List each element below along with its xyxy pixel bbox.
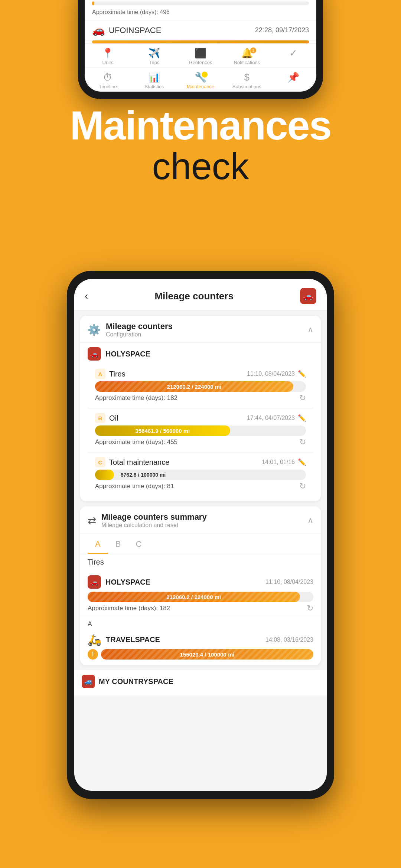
nav-label-trips: Trips — [149, 60, 159, 65]
section1-header-left: ⚙️ Mileage counters Configuration — [88, 322, 173, 338]
nav-item-subscriptions[interactable]: $ Subscriptions — [224, 72, 270, 89]
top-phone-frame: 3235.8 / 400000 mi ↻ Approximate time (d… — [78, 0, 323, 99]
summary-cat-title: Tires — [88, 558, 313, 566]
countryspace-name: MY COUNTRYSPACE — [99, 677, 173, 686]
pin-icon: 📌 — [287, 72, 299, 83]
section2-chevron[interactable]: ∧ — [307, 516, 313, 525]
oil-progress-bottom: Approximate time (days): 455 ↻ — [95, 437, 306, 447]
back-button[interactable]: ‹ — [85, 290, 88, 302]
maint-oil: B Oil 17:44, 04/07/2023 ✏️ — [88, 408, 313, 453]
total-left: C Total maintenance — [95, 457, 169, 467]
tires-approx-time: Approximate time (days): 182 — [95, 394, 177, 402]
total-date: 14:01, 01/16 — [262, 459, 295, 466]
tires-date: 11:10, 08/04/2023 — [247, 371, 295, 377]
bottom-phone-wrapper: ‹ Mileage counters 🚗 ⚙️ Mileage counters… — [67, 271, 334, 799]
nav-item-maintenance[interactable]: 🔧 Maintenance — [177, 72, 224, 89]
total-badge: C — [95, 457, 105, 467]
nav-item-units[interactable]: 📍 Units — [85, 47, 131, 65]
summary-holyspace-refresh[interactable]: ↻ — [307, 604, 313, 613]
top-bar: 3235.8 / 400000 mi ↻ Approximate time (d… — [85, 0, 316, 20]
oil-progress-fill: 358461.9 / 560000 mi — [95, 425, 230, 436]
summary-holyspace-bottom: Approximate time (days): 182 ↻ — [88, 604, 313, 613]
summary-tab-b[interactable]: B — [108, 536, 128, 554]
summary-travelspace-name: TRAVELSPACE — [106, 635, 160, 644]
bottom-phone-screen: ‹ Mileage counters 🚗 ⚙️ Mileage counters… — [74, 279, 327, 791]
tires-progress-bottom: Approximate time (days): 182 ↻ — [95, 393, 306, 403]
oil-left: B Oil — [95, 413, 118, 423]
tires-refresh-btn[interactable]: ↻ — [299, 393, 306, 403]
oil-edit-icon[interactable]: ✏️ — [298, 414, 306, 422]
unit-holyspace: 🚗 HOLYSPACE A Tires 11:10 — [80, 343, 321, 501]
holyspace-title: HOLYSPACE — [105, 350, 150, 358]
top-unit-row: 🚗 UFOINSPACE 22:28, 09/17/2023 — [85, 20, 316, 40]
bottom-header-title: Mileage counters — [154, 290, 233, 302]
travelspace-track: 155029.4 / 100000 mi — [101, 649, 313, 660]
nav-item-pin[interactable]: 📌 — [270, 72, 316, 89]
section2-header-left: ⇄ Mileage counters summary Mileage calcu… — [88, 512, 207, 529]
oil-date: 17:44, 04/07/2023 — [247, 415, 295, 421]
total-progress-track: 8762.8 / 100000 mi — [95, 470, 306, 480]
nav-label-notifications: Notifications — [234, 60, 260, 65]
total-edit-icon[interactable]: ✏️ — [298, 458, 306, 466]
tires-progress-container: 212060.2 / 224000 mi — [95, 381, 306, 392]
statistics-icon: 📊 — [148, 72, 160, 83]
summary-tabs: A B C — [80, 533, 321, 554]
summary-travelspace-date: 14:08, 03/16/2023 — [265, 637, 313, 643]
total-progress-label: 8762.8 / 100000 mi — [121, 472, 166, 478]
total-refresh-btn[interactable]: ↻ — [299, 481, 306, 491]
oil-right: 17:44, 04/07/2023 ✏️ — [247, 414, 306, 422]
nav-item-check[interactable]: ✓ — [270, 47, 316, 65]
orange-stripe — [92, 40, 309, 43]
nav-item-timeline[interactable]: ⏱ Timeline — [85, 72, 131, 89]
tires-progress-label: 212060.2 / 224000 mi — [167, 384, 222, 390]
unit-holyspace-header: 🚗 HOLYSPACE — [88, 347, 313, 361]
travelspace-progress-row: ! 155029.4 / 100000 mi — [88, 649, 313, 660]
nav-item-statistics[interactable]: 📊 Statistics — [131, 72, 177, 89]
summary-holyspace-icon: 🚗 — [88, 575, 101, 589]
maintenance-badge-yellow — [202, 72, 208, 78]
section1-chevron[interactable]: ∧ — [307, 325, 313, 335]
top-unit-date: 22:28, 09/17/2023 — [255, 26, 309, 34]
section-summary: ⇄ Mileage counters summary Mileage calcu… — [80, 506, 321, 665]
section-mileage-counters: ⚙️ Mileage counters Configuration ∧ 🚗 — [80, 316, 321, 501]
section1-subtitle: Configuration — [106, 331, 173, 338]
total-right: 14:01, 01/16 ✏️ — [262, 458, 306, 466]
nav-item-geofences[interactable]: ⬛ Geofences — [177, 47, 224, 65]
total-progress-container: 8762.8 / 100000 mi — [95, 470, 306, 480]
oil-progress-track: 358461.9 / 560000 mi — [95, 425, 306, 436]
bottom-countryspace-entry: 🚙 MY COUNTRYSPACE — [74, 670, 327, 696]
tires-badge: A — [95, 369, 105, 379]
travelspace-progress-container: ! 155029.4 / 100000 mi — [88, 649, 313, 660]
oil-progress-container: 358461.9 / 560000 mi — [95, 425, 306, 436]
countryspace-header: 🚙 MY COUNTRYSPACE — [82, 675, 319, 688]
oil-refresh-btn[interactable]: ↻ — [299, 437, 306, 447]
maint-tires: A Tires 11:10, 08/04/2023 ✏️ — [88, 364, 313, 408]
summary-travelspace-left: 🛵 TRAVELSPACE — [88, 633, 160, 646]
summary-holyspace-left: 🚗 HOLYSPACE — [88, 575, 150, 589]
top-phone-wrapper: 3235.8 / 400000 mi ↻ Approximate time (d… — [78, 0, 323, 99]
summary-holyspace-name: HOLYSPACE — [105, 578, 150, 586]
summary-tab-a[interactable]: A — [88, 536, 108, 554]
main-title: Maintenances — [22, 104, 379, 147]
section2-icon: ⇄ — [88, 514, 96, 527]
summary-travelspace: 🛵 TRAVELSPACE 14:08, 03/16/2023 ! 155029… — [80, 629, 321, 665]
travelspace-fill: 155029.4 / 100000 mi — [101, 649, 313, 660]
geofences-icon: ⬛ — [195, 47, 206, 59]
nav-label-statistics: Statistics — [144, 84, 164, 89]
header-car-icon: 🚗 — [300, 288, 316, 304]
total-approx-time: Approximate time (days): 81 — [95, 483, 174, 490]
travelspace-progress-label: 155029.4 / 100000 mi — [180, 651, 235, 658]
nav-label-units: Units — [102, 60, 114, 65]
summary-tab-c[interactable]: C — [128, 536, 149, 554]
summary-category: Tires — [80, 554, 321, 572]
tires-progress-fill: 212060.2 / 224000 mi — [95, 381, 293, 392]
nav-item-trips[interactable]: ✈️ Trips — [131, 47, 177, 65]
tires-edit-icon[interactable]: ✏️ — [298, 370, 306, 378]
nav-label-maintenance: Maintenance — [187, 84, 214, 89]
oil-badge: B — [95, 413, 105, 423]
timeline-icon: ⏱ — [103, 72, 113, 83]
total-progress-bottom: Approximate time (days): 81 ↻ — [95, 481, 306, 491]
oil-name: Oil — [109, 414, 118, 423]
nav-item-notifications[interactable]: 1 🔔 Notifications — [224, 47, 270, 65]
section1-header: ⚙️ Mileage counters Configuration ∧ — [80, 316, 321, 343]
